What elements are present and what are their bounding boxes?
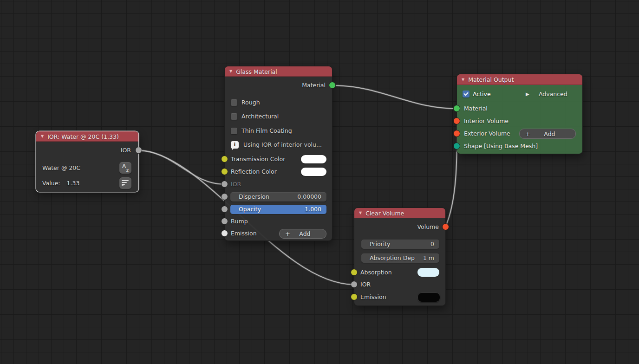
presets-button[interactable] bbox=[119, 177, 131, 189]
ior-preset-name[interactable]: Water @ 20C bbox=[42, 163, 80, 173]
socket-clearvolume-ior[interactable] bbox=[351, 281, 358, 288]
socket-bump[interactable] bbox=[221, 218, 228, 225]
node-ior-preset[interactable]: ▼ IOR: Water @ 20C (1.33) IOR Water @ 20… bbox=[36, 131, 138, 192]
socket-glass-emission[interactable] bbox=[221, 230, 228, 237]
socket-volume-output[interactable] bbox=[442, 223, 449, 230]
volume-output-label: Volume bbox=[354, 222, 439, 232]
collapse-icon[interactable]: ▼ bbox=[41, 135, 44, 138]
sort-az-button[interactable]: A z bbox=[119, 162, 131, 174]
value-number: 1.33 bbox=[67, 180, 80, 187]
opacity-slider[interactable]: Opacity 1.000 bbox=[230, 205, 326, 214]
sort-a-glyph: A bbox=[122, 163, 126, 169]
ior-output-label: IOR bbox=[36, 146, 131, 155]
socket-clearvolume-emission[interactable] bbox=[351, 293, 358, 300]
transmission-color-label: Transmission Color bbox=[231, 155, 285, 164]
priority-value: 0 bbox=[430, 240, 434, 249]
node-clearvolume-header[interactable]: ▼ Clear Volume bbox=[354, 208, 445, 218]
bump-label: Bump bbox=[231, 217, 248, 226]
absorption-depth-label: Absorption Dep bbox=[370, 254, 415, 263]
socket-material-output[interactable] bbox=[329, 82, 336, 89]
material-output-label: Material bbox=[225, 81, 326, 90]
checkbox-rough-label: Rough bbox=[241, 98, 260, 107]
dispersion-label: Dispersion bbox=[239, 192, 269, 202]
socket-opacity[interactable] bbox=[221, 206, 228, 213]
node-glass-header[interactable]: ▼ Glass Material bbox=[225, 66, 332, 77]
collapse-icon[interactable]: ▼ bbox=[359, 211, 362, 215]
collapse-icon[interactable]: ▼ bbox=[462, 78, 464, 82]
interior-volume-label: Interior Volume bbox=[464, 117, 509, 126]
absorption-depth-slider[interactable]: Absorption Dep 1 m bbox=[361, 254, 439, 263]
checkbox-architectural[interactable] bbox=[231, 113, 237, 120]
socket-interior-volume[interactable] bbox=[453, 117, 460, 124]
emission-add-button[interactable]: + Add bbox=[279, 229, 326, 239]
collapse-icon[interactable]: ▼ bbox=[229, 70, 232, 73]
node-glass-material[interactable]: ▼ Glass Material Material Rough Architec… bbox=[225, 66, 332, 240]
glass-ior-label: IOR bbox=[231, 180, 241, 189]
priority-slider[interactable]: Priority 0 bbox=[361, 240, 439, 249]
checkmark-icon bbox=[463, 91, 469, 96]
node-clear-volume[interactable]: ▼ Clear Volume Volume Priority 0 Absorpt… bbox=[354, 208, 445, 306]
dispersion-slider[interactable]: Dispersion 0.00000 bbox=[230, 192, 326, 202]
opacity-value: 1.000 bbox=[305, 205, 321, 214]
plus-icon: + bbox=[285, 230, 290, 237]
exterior-volume-label: Exterior Volume bbox=[464, 129, 510, 138]
priority-label: Priority bbox=[370, 240, 391, 249]
shape-label: Shape [Using Base Mesh] bbox=[464, 142, 538, 151]
reflection-color-label: Reflection Color bbox=[231, 167, 277, 176]
socket-exterior-volume[interactable] bbox=[453, 130, 460, 137]
ior-value-row[interactable]: Value: 1.33 bbox=[42, 179, 79, 188]
active-checkbox[interactable] bbox=[463, 91, 469, 98]
socket-output-material[interactable] bbox=[453, 105, 460, 112]
node-title: IOR: Water @ 20C (1.33) bbox=[47, 133, 119, 140]
socket-absorption[interactable] bbox=[351, 269, 358, 276]
info-text: Using IOR of interior volu... bbox=[243, 140, 322, 150]
absorption-color-swatch[interactable] bbox=[417, 268, 439, 277]
transmission-color-swatch[interactable] bbox=[301, 155, 326, 163]
absorption-label: Absorption bbox=[360, 268, 392, 277]
checkbox-architectural-label: Architectural bbox=[241, 112, 279, 121]
info-icon: i bbox=[231, 141, 239, 149]
output-material-label: Material bbox=[464, 104, 488, 113]
add-button-label: Add bbox=[530, 130, 569, 137]
opacity-label: Opacity bbox=[239, 205, 261, 214]
clearvolume-ior-label: IOR bbox=[360, 280, 371, 289]
checkbox-thin-film-label: Thin Film Coating bbox=[241, 126, 292, 136]
link-clearvolume-to-output[interactable] bbox=[445, 121, 457, 227]
advanced-label[interactable]: Advanced bbox=[539, 90, 567, 99]
link-glass-to-output[interactable] bbox=[332, 85, 457, 109]
emission-color-swatch[interactable] bbox=[417, 292, 440, 302]
add-button-label: Add bbox=[290, 230, 320, 237]
clearvolume-emission-label: Emission bbox=[360, 292, 386, 302]
socket-reflection-color[interactable] bbox=[221, 168, 228, 175]
node-title: Material Output bbox=[468, 76, 514, 83]
advanced-expand-icon[interactable]: ▶ bbox=[526, 90, 529, 99]
checkbox-thin-film[interactable] bbox=[231, 128, 237, 134]
absorption-depth-value: 1 m bbox=[423, 254, 434, 263]
active-label: Active bbox=[473, 90, 491, 99]
socket-glass-ior[interactable] bbox=[221, 181, 228, 188]
node-title: Clear Volume bbox=[365, 210, 404, 217]
checkbox-rough[interactable] bbox=[231, 99, 237, 106]
glass-emission-label: Emission bbox=[231, 229, 257, 238]
reflection-color-swatch[interactable] bbox=[301, 168, 326, 176]
dispersion-value: 0.00000 bbox=[297, 192, 321, 202]
plus-icon: + bbox=[525, 130, 530, 137]
exterior-volume-add-button[interactable]: + Add bbox=[519, 129, 576, 139]
node-ior-header[interactable]: ▼ IOR: Water @ 20C (1.33) bbox=[36, 131, 138, 142]
node-editor-canvas[interactable]: ▼ IOR: Water @ 20C (1.33) IOR Water @ 20… bbox=[0, 0, 639, 364]
value-label: Value: bbox=[42, 180, 60, 187]
socket-transmission-color[interactable] bbox=[221, 156, 228, 162]
node-material-output[interactable]: ▼ Material Output Active ▶ Advanced Mate… bbox=[457, 74, 582, 154]
socket-ior-output[interactable] bbox=[135, 147, 142, 154]
socket-dispersion[interactable] bbox=[221, 193, 228, 200]
socket-shape[interactable] bbox=[453, 143, 460, 150]
presets-icon bbox=[122, 180, 129, 186]
node-title: Glass Material bbox=[236, 68, 277, 75]
sort-z-glyph: z bbox=[126, 168, 129, 173]
node-output-header[interactable]: ▼ Material Output bbox=[457, 74, 582, 85]
